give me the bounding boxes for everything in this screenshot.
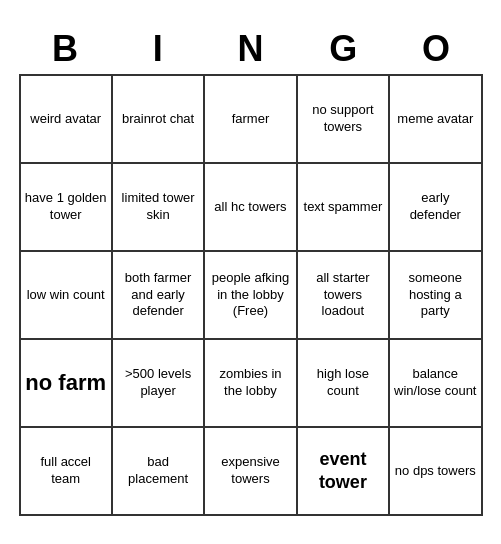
bingo-cell-12[interactable]: people afking in the lobby (Free) (205, 252, 297, 340)
bingo-cell-6[interactable]: limited tower skin (113, 164, 205, 252)
bingo-cell-22[interactable]: expensive towers (205, 428, 297, 516)
bingo-grid: weird avatarbrainrot chatfarmerno suppor… (19, 74, 483, 516)
header-o: O (392, 28, 480, 70)
bingo-cell-5[interactable]: have 1 golden tower (21, 164, 113, 252)
bingo-cell-21[interactable]: bad placement (113, 428, 205, 516)
bingo-cell-14[interactable]: someone hosting a party (390, 252, 482, 340)
header-i: I (114, 28, 202, 70)
bingo-cell-19[interactable]: balance win/lose count (390, 340, 482, 428)
bingo-cell-10[interactable]: low win count (21, 252, 113, 340)
bingo-cell-17[interactable]: zombies in the lobby (205, 340, 297, 428)
bingo-card: B I N G O weird avatarbrainrot chatfarme… (11, 20, 491, 524)
header-b: B (21, 28, 109, 70)
bingo-cell-2[interactable]: farmer (205, 76, 297, 164)
bingo-cell-16[interactable]: >500 levels player (113, 340, 205, 428)
bingo-cell-20[interactable]: full accel team (21, 428, 113, 516)
bingo-cell-4[interactable]: meme avatar (390, 76, 482, 164)
bingo-cell-18[interactable]: high lose count (298, 340, 390, 428)
bingo-cell-11[interactable]: both farmer and early defender (113, 252, 205, 340)
bingo-header: B I N G O (19, 28, 483, 70)
bingo-cell-24[interactable]: no dps towers (390, 428, 482, 516)
bingo-cell-9[interactable]: early defender (390, 164, 482, 252)
header-g: G (299, 28, 387, 70)
bingo-cell-8[interactable]: text spammer (298, 164, 390, 252)
header-n: N (206, 28, 294, 70)
bingo-cell-0[interactable]: weird avatar (21, 76, 113, 164)
bingo-cell-1[interactable]: brainrot chat (113, 76, 205, 164)
bingo-cell-13[interactable]: all starter towers loadout (298, 252, 390, 340)
bingo-cell-3[interactable]: no support towers (298, 76, 390, 164)
bingo-cell-15[interactable]: no farm (21, 340, 113, 428)
bingo-cell-7[interactable]: all hc towers (205, 164, 297, 252)
bingo-cell-23[interactable]: event tower (298, 428, 390, 516)
